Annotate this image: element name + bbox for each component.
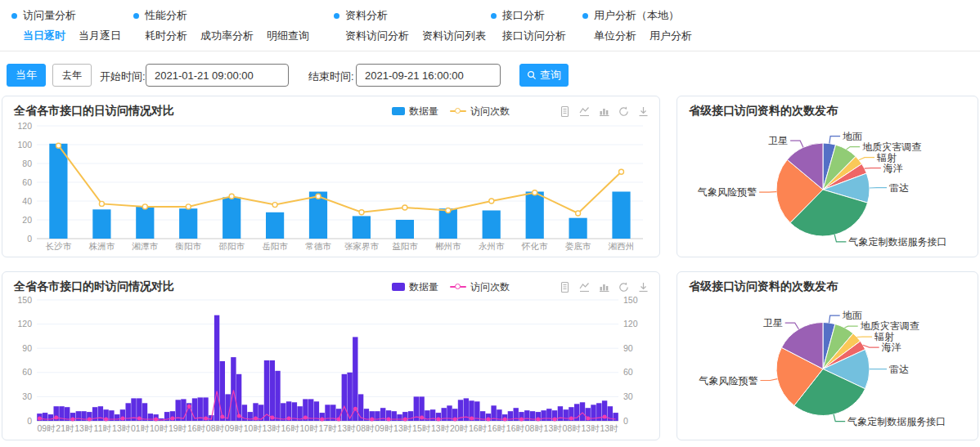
svg-text:30: 30	[22, 391, 32, 401]
svg-text:16时: 16时	[488, 423, 506, 433]
daily-access-bar-line-chart[interactable]: 020406080100120长沙市株洲市湘潭市衡阳市邵阳市岳阳市常德市张家界市…	[2, 119, 653, 253]
legend-access-count[interactable]: 访问次数	[450, 280, 510, 294]
svg-text:09时: 09时	[225, 423, 244, 433]
svg-text:30: 30	[623, 391, 633, 401]
hourly-access-chart-card: 全省各市接口的时访问情况对比 数据量 访问次数	[2, 271, 660, 440]
chart-toolbox	[559, 105, 650, 118]
nav-group-interface: 接口分析 接口访问分析	[491, 8, 582, 47]
svg-text:16时: 16时	[187, 423, 206, 433]
svg-text:08时: 08时	[356, 423, 375, 433]
svg-text:辐射: 辐射	[876, 152, 897, 163]
line-chart-icon[interactable]	[578, 105, 591, 118]
restore-icon[interactable]	[618, 281, 630, 293]
svg-text:0: 0	[27, 234, 32, 244]
legend-access-count[interactable]: 访问次数	[450, 105, 510, 118]
svg-text:地面: 地面	[843, 131, 862, 142]
svg-text:40: 40	[22, 196, 32, 206]
chart-title: 省级接口访问资料的次数发布	[689, 104, 838, 118]
nav-group-performance: 性能分析 耗时分析 成功率分析 明细查询	[133, 8, 334, 47]
svg-text:13时: 13时	[600, 423, 618, 433]
svg-text:08时: 08时	[563, 423, 582, 433]
svg-text:海洋: 海洋	[882, 342, 901, 353]
start-time-input[interactable]	[146, 64, 289, 87]
svg-text:地面: 地面	[843, 310, 862, 321]
legend-rect-marker	[392, 107, 405, 115]
svg-text:13时: 13时	[582, 423, 600, 433]
nav-item-user-analysis[interactable]: 用户分析	[650, 29, 692, 43]
last-year-button[interactable]: 去年	[52, 64, 92, 87]
svg-text:120: 120	[623, 319, 638, 329]
legend-line-marker	[450, 284, 466, 291]
nav-group-data: 资料分析 资料访问分析 资料访问列表	[334, 8, 491, 47]
nav-item-success-rate[interactable]: 成功率分析	[200, 29, 254, 43]
svg-text:常德市: 常德市	[305, 241, 331, 251]
svg-text:长沙市: 长沙市	[46, 241, 72, 251]
bar-chart-icon[interactable]	[598, 105, 610, 118]
nav-item-detail-query[interactable]: 明细查询	[267, 29, 309, 43]
nav-item-unit-analysis[interactable]: 单位分析	[594, 29, 636, 43]
province-pie-card-top: 省级接口访问资料的次数发布 地面地质灾害调查辐射海洋雷达气象定制数据服务接口气象…	[677, 96, 978, 257]
nav-item-time-cost[interactable]: 耗时分析	[145, 29, 187, 43]
svg-text:09时: 09时	[37, 423, 56, 433]
svg-text:气象定制数据服务接口: 气象定制数据服务接口	[847, 236, 946, 248]
bullet-icon	[334, 13, 339, 19]
svg-text:海洋: 海洋	[883, 163, 903, 174]
svg-text:19时: 19时	[169, 423, 187, 433]
svg-text:湘西州: 湘西州	[608, 241, 635, 251]
svg-text:80: 80	[22, 159, 32, 168]
nav-group-visits: 访问量分析 当日逐时 当月逐日	[11, 8, 133, 47]
svg-text:120: 120	[17, 319, 32, 329]
svg-text:13时: 13时	[112, 423, 131, 433]
current-year-button[interactable]: 当年	[7, 64, 46, 87]
hourly-access-bar-line-chart[interactable]: 0030306060909012012015015009时21时13时11时13…	[2, 295, 653, 436]
svg-text:地质灾害调查: 地质灾害调查	[862, 141, 921, 153]
svg-text:150: 150	[17, 295, 32, 305]
line-chart-icon[interactable]	[578, 281, 591, 293]
svg-text:衡阳市: 衡阳市	[175, 241, 202, 251]
svg-text:岳阳市: 岳阳市	[262, 241, 288, 251]
svg-text:雷达: 雷达	[889, 364, 909, 375]
svg-text:10时: 10时	[300, 423, 319, 433]
svg-text:地质灾害调查: 地质灾害调查	[861, 320, 919, 332]
svg-text:气象风险预警: 气象风险预警	[699, 375, 758, 387]
nav-item-interface-access[interactable]: 接口访问分析	[502, 29, 566, 43]
svg-text:气象风险预警: 气象风险预警	[697, 186, 757, 198]
svg-text:邵阳市: 邵阳市	[218, 241, 245, 251]
nav-group-title: 资料分析	[345, 8, 388, 23]
svg-text:雷达: 雷达	[889, 182, 909, 194]
province-access-pie-chart[interactable]: 地面地质灾害调查辐射海洋雷达气象定制数据服务接口气象风险预警卫星	[677, 119, 978, 257]
legend-data-volume[interactable]: 数据量	[392, 105, 438, 118]
svg-text:13时: 13时	[431, 423, 450, 433]
svg-text:张家界市: 张家界市	[344, 241, 380, 251]
svg-text:10时: 10时	[150, 423, 169, 433]
svg-text:郴州市: 郴州市	[435, 241, 461, 251]
svg-text:90: 90	[22, 343, 32, 353]
svg-text:13时: 13时	[544, 423, 563, 433]
nav-item-daily-month[interactable]: 当月逐日	[79, 29, 121, 43]
download-icon[interactable]	[637, 105, 650, 118]
search-icon	[527, 70, 537, 80]
nav-item-data-access-list[interactable]: 资料访问列表	[422, 29, 486, 43]
start-time-label: 开始时间:	[100, 69, 146, 84]
restore-icon[interactable]	[618, 105, 630, 118]
svg-text:21时: 21时	[56, 423, 74, 433]
svg-text:16时: 16时	[281, 423, 300, 433]
end-time-label: 结束时间:	[308, 69, 354, 84]
nav-item-hourly-today[interactable]: 当日逐时	[23, 29, 65, 43]
chart-legend: 数据量 访问次数	[392, 105, 510, 118]
nav-item-data-access-analysis[interactable]: 资料访问分析	[345, 29, 409, 43]
data-view-icon[interactable]	[559, 281, 571, 293]
svg-text:永州市: 永州市	[479, 241, 505, 251]
nav-group-title: 性能分析	[145, 8, 187, 23]
svg-text:10时: 10时	[244, 423, 263, 433]
bar-chart-icon[interactable]	[598, 281, 610, 293]
province-access-pie-chart[interactable]: 地面地质灾害调查辐射海洋雷达气象定制数据服务接口气象风险预警卫星	[677, 295, 978, 440]
legend-data-volume[interactable]: 数据量	[392, 280, 438, 294]
query-button[interactable]: 查询	[519, 64, 569, 87]
nav-group-title: 接口分析	[502, 8, 545, 23]
download-icon[interactable]	[637, 281, 650, 293]
end-time-input[interactable]	[356, 64, 501, 87]
data-view-icon[interactable]	[559, 105, 571, 118]
daily-access-chart-card: 全省各市接口的日访问情况对比 数据量 访问次数	[2, 96, 660, 257]
chart-title: 省级接口访问资料的次数发布	[689, 279, 838, 294]
